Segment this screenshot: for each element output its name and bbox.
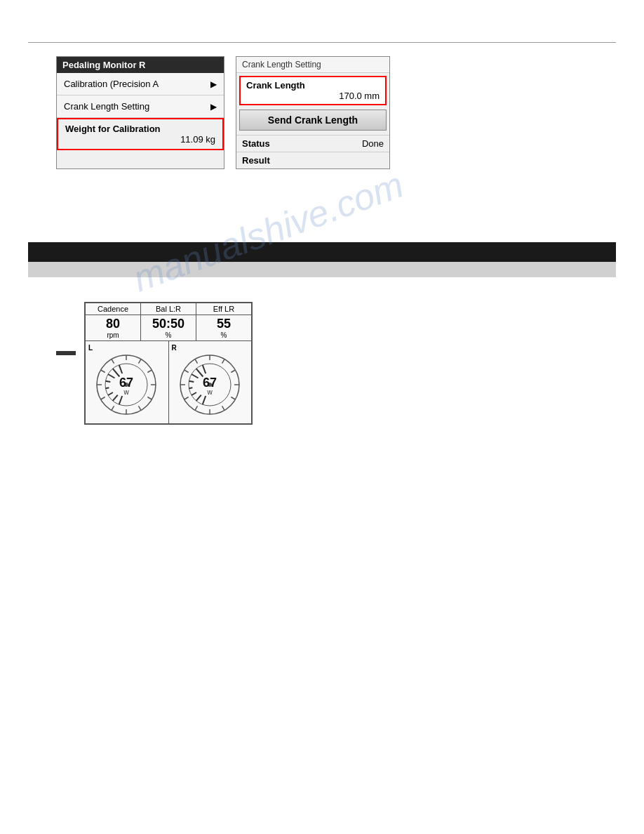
- pedaling-values-row: 80 rpm 50:50 % 55 %: [86, 315, 251, 341]
- svg-line-19: [108, 374, 115, 378]
- right-circle-container: R: [169, 341, 252, 423]
- right-panel: Crank Length Setting Crank Length 170.0 …: [236, 56, 390, 169]
- left-panel-title: Pedaling Monitor R: [57, 57, 224, 73]
- svg-line-31: [231, 397, 235, 400]
- svg-line-13: [112, 359, 114, 364]
- pedaling-circles: L: [86, 341, 251, 423]
- pedaling-header: Cadence Bal L:R Eff LR: [86, 303, 251, 315]
- svg-line-46: [202, 365, 205, 373]
- svg-line-12: [101, 370, 105, 373]
- svg-line-35: [184, 397, 188, 400]
- left-circle-label: L: [88, 344, 166, 352]
- value-cadence: 80 rpm: [86, 315, 141, 340]
- svg-line-14: [119, 396, 122, 404]
- menu-item-calibration-label: Calibration (Precision A: [64, 79, 159, 89]
- status-value: Done: [362, 138, 384, 149]
- header-cadence: Cadence: [86, 303, 141, 315]
- svg-line-10: [101, 397, 105, 400]
- crank-length-box: Crank Length 170.0 mm: [239, 76, 387, 105]
- svg-line-39: [202, 396, 205, 404]
- crank-length-label: Crank Length: [246, 80, 380, 91]
- svg-text:67: 67: [119, 376, 133, 390]
- svg-line-17: [106, 388, 109, 388]
- svg-line-37: [184, 370, 188, 373]
- svg-line-16: [108, 392, 113, 395]
- crank-arrow-icon: ▶: [210, 102, 217, 112]
- status-row: Status Done: [236, 135, 389, 152]
- svg-line-43: [189, 381, 194, 382]
- svg-line-42: [189, 388, 192, 388]
- value-bal: 50:50 %: [141, 315, 196, 340]
- header-eff: Eff LR: [196, 303, 251, 315]
- svg-line-44: [192, 374, 199, 378]
- svg-line-38: [195, 359, 198, 364]
- menu-item-crank[interactable]: Crank Length Setting ▶: [57, 95, 224, 118]
- header-bal: Bal L:R: [141, 303, 196, 315]
- dash-marker: [56, 351, 76, 355]
- result-row: Result: [236, 152, 389, 168]
- value-eff: 55 %: [196, 315, 251, 340]
- svg-text:67: 67: [203, 376, 217, 390]
- crank-length-value: 170.0 mm: [246, 91, 380, 101]
- svg-line-20: [113, 369, 120, 376]
- svg-line-4: [148, 370, 152, 373]
- svg-text:w: w: [206, 388, 213, 396]
- pedaling-display: Cadence Bal L:R Eff LR 80 rpm 50:50 % 55…: [84, 302, 253, 425]
- calibration-arrow-icon: ▶: [210, 79, 217, 89]
- left-panel: Pedaling Monitor R Calibration (Precisio…: [56, 56, 224, 169]
- dark-bar: [28, 242, 616, 262]
- watermark: manualshive.com: [128, 164, 409, 300]
- menu-item-calibration[interactable]: Calibration (Precision A ▶: [57, 73, 224, 95]
- svg-line-3: [139, 359, 142, 364]
- svg-line-6: [148, 397, 152, 400]
- right-circle-svg: 67 w: [177, 352, 243, 418]
- send-crank-length-button[interactable]: Send Crank Length: [239, 110, 387, 131]
- svg-text:w: w: [123, 388, 130, 396]
- gray-bar: [28, 262, 616, 277]
- status-label: Status: [242, 138, 270, 149]
- svg-line-21: [119, 365, 122, 373]
- svg-line-40: [196, 395, 201, 401]
- left-circle-svg: 67 w: [93, 352, 160, 418]
- svg-line-15: [113, 395, 118, 401]
- top-rule: [28, 42, 616, 43]
- menu-item-weight[interactable]: Weight for Calibration 11.09 kg: [57, 118, 224, 150]
- svg-line-28: [222, 359, 224, 364]
- screenshot-area: Pedaling Monitor R Calibration (Precisio…: [56, 56, 390, 169]
- svg-line-18: [106, 381, 111, 382]
- weight-label: Weight for Calibration: [65, 124, 215, 134]
- svg-line-7: [139, 406, 142, 410]
- svg-line-29: [231, 370, 235, 373]
- left-circle-container: L: [86, 341, 169, 423]
- svg-line-34: [195, 406, 198, 410]
- right-circle-label: R: [172, 344, 249, 352]
- svg-line-45: [196, 369, 203, 376]
- svg-line-9: [112, 406, 114, 410]
- svg-line-32: [222, 406, 224, 410]
- right-panel-title: Crank Length Setting: [236, 57, 389, 73]
- weight-value: 11.09 kg: [65, 134, 215, 145]
- svg-line-41: [192, 392, 196, 395]
- menu-item-crank-label: Crank Length Setting: [64, 101, 149, 112]
